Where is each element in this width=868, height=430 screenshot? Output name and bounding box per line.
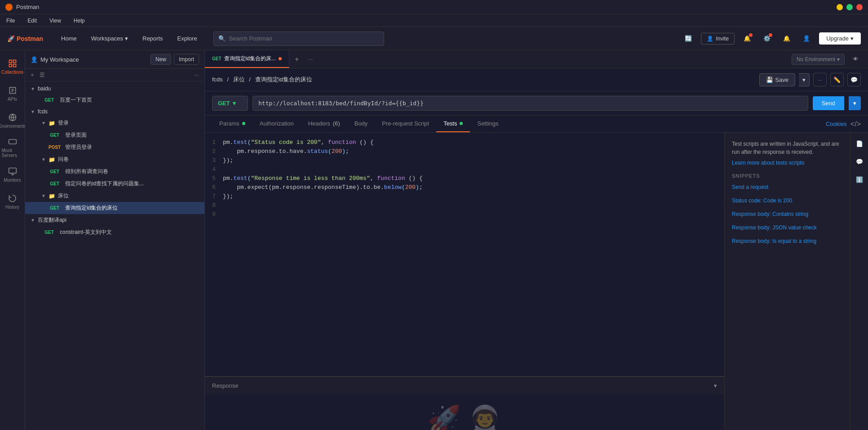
tests-dot: [460, 122, 463, 125]
nav-reports[interactable]: Reports: [135, 31, 170, 45]
menu-edit[interactable]: Edit: [25, 17, 40, 25]
import-button[interactable]: Import: [174, 54, 199, 65]
code-editor[interactable]: 1 pm.test("Status code is 200", function…: [205, 133, 724, 376]
send-button[interactable]: Send: [813, 96, 844, 110]
invite-button[interactable]: 👤 Invite: [701, 33, 735, 45]
close-button[interactable]: [856, 4, 863, 10]
code-line-4: 4: [205, 165, 724, 174]
add-tab-button[interactable]: +: [289, 55, 304, 63]
more-options-button[interactable]: ···: [813, 73, 827, 86]
nav-workspaces[interactable]: Workspaces ▾: [84, 31, 135, 45]
url-input[interactable]: [252, 96, 808, 111]
save-dropdown-button[interactable]: ▾: [799, 73, 810, 86]
snippet-response-body-equal[interactable]: Response body: Is equal to a string: [732, 236, 843, 246]
search-input[interactable]: [229, 35, 379, 42]
save-button[interactable]: 💾 Save: [759, 73, 795, 86]
request-admin-login[interactable]: POST 管理员登录: [25, 141, 204, 153]
upgrade-button[interactable]: Upgrade ▾: [819, 32, 861, 45]
svg-rect-1: [13, 60, 16, 63]
collections-label: Collections: [1, 70, 23, 75]
info-icon-button[interactable]: ℹ️: [852, 172, 867, 187]
response-chevron-icon[interactable]: ▾: [714, 382, 717, 389]
snippet-send-request[interactable]: Send a request: [732, 182, 843, 192]
environments-icon: [8, 113, 17, 122]
nav-explore[interactable]: Explore: [170, 31, 204, 45]
url-bar: GET ▾ Send ▾: [205, 91, 868, 116]
learn-more-link[interactable]: Learn more about tests scripts: [732, 160, 843, 166]
request-login-page[interactable]: GET 登录页面: [25, 129, 204, 141]
more-options-icon[interactable]: ···: [194, 72, 199, 78]
questionnaire-folder-label: 问卷: [58, 156, 69, 163]
menu-view[interactable]: View: [47, 17, 64, 25]
request-get-questionnaires[interactable]: GET 得到所有调查问卷: [25, 166, 204, 178]
collection-fcds[interactable]: ▼ fcds: [25, 106, 204, 117]
environment-selector[interactable]: No Environment ▾: [792, 54, 845, 65]
filter-icon[interactable]: ☰: [40, 72, 45, 78]
tab-tests[interactable]: Tests: [436, 116, 470, 132]
method-select[interactable]: GET ▾: [212, 96, 248, 111]
request-get-bed-by-id[interactable]: GET 查询指定id集合的床位: [25, 202, 204, 214]
send-dropdown-button[interactable]: ▾: [849, 96, 861, 110]
folder-questionnaire[interactable]: ▼ 📁 问卷: [25, 153, 204, 166]
eye-icon-button[interactable]: 👁: [848, 52, 863, 67]
folder-login[interactable]: ▼ 📁 登录: [25, 117, 204, 129]
notifications-icon-button[interactable]: 🔔: [740, 31, 754, 46]
upgrade-chevron-icon: ▾: [850, 35, 854, 42]
request-get-questionnaire-by-id[interactable]: GET 指定问卷的id查找下属的问题集...: [25, 178, 204, 190]
sidebar-item-collections[interactable]: Collections: [2, 54, 23, 79]
tab-headers[interactable]: Headers (6): [301, 116, 347, 132]
sidebar-item-monitors[interactable]: Monitors: [2, 162, 23, 187]
sidebar-item-apis[interactable]: APIs: [2, 81, 23, 106]
comment-icon-button-right[interactable]: 💬: [852, 154, 867, 169]
tab-settings[interactable]: Settings: [470, 116, 505, 132]
invite-icon: 👤: [707, 36, 713, 42]
baidu-label: baidu: [38, 85, 51, 92]
active-request-tab[interactable]: GET 查询指定id集合的床...: [205, 50, 289, 68]
tab-body[interactable]: Body: [347, 116, 375, 132]
cookies-link[interactable]: Cookies: [826, 121, 847, 127]
minimize-button[interactable]: [837, 4, 843, 10]
bell-icon-button[interactable]: 🔔: [779, 31, 794, 46]
apis-label: APIs: [8, 97, 17, 102]
collection-baidu-translate[interactable]: ▼ 百度翻译api: [25, 214, 204, 226]
snippet-status-code-200[interactable]: Status code: Code is 200: [732, 196, 843, 206]
right-panel-description: Test scripts are written in JavaScript, …: [732, 140, 843, 156]
search-bar[interactable]: 🔍: [213, 31, 384, 46]
sync-icon-button[interactable]: 🔄: [681, 31, 695, 46]
tab-authorization[interactable]: Authorization: [252, 116, 301, 132]
code-line-7: 7 });: [205, 192, 724, 201]
login-folder-label: 登录: [58, 119, 69, 127]
search-icon: 🔍: [218, 35, 226, 42]
tab-params[interactable]: Params: [212, 116, 252, 132]
comment-icon-button[interactable]: 💬: [847, 73, 861, 86]
fcds-label: fcds: [38, 108, 48, 115]
request-constraint-translate[interactable]: GET constraint-英文到中文: [25, 226, 204, 238]
settings-icon-button[interactable]: ⚙️: [760, 31, 774, 46]
snippet-response-body-contains[interactable]: Response body: Contains string: [732, 209, 843, 219]
new-button[interactable]: New: [151, 54, 171, 65]
bed-chevron-icon: ▼: [41, 193, 46, 198]
add-collection-icon[interactable]: +: [31, 72, 34, 78]
get-method-badge: GET: [47, 205, 62, 211]
menu-help[interactable]: Help: [71, 17, 88, 25]
request-baidu-homepage[interactable]: GET 百度一下首页: [25, 94, 204, 106]
menu-file[interactable]: File: [4, 17, 18, 25]
code-icon-button[interactable]: </>: [850, 120, 861, 128]
snippet-response-body-json[interactable]: Response body: JSON value check: [732, 223, 843, 233]
avatar-button[interactable]: 👤: [799, 31, 814, 46]
sidebar-item-environments[interactable]: Environments: [2, 108, 23, 133]
nav-home[interactable]: Home: [54, 31, 84, 45]
sidebar-item-history[interactable]: History: [2, 189, 23, 214]
document-icon-button[interactable]: 📄: [852, 136, 867, 151]
sidebar-item-mock-servers[interactable]: Mock Servers: [2, 135, 23, 160]
tab-more-button[interactable]: ···: [304, 56, 316, 63]
maximize-button[interactable]: [846, 4, 853, 10]
request-label: 得到所有调查问卷: [65, 168, 108, 175]
collection-baidu[interactable]: ▼ baidu: [25, 83, 204, 94]
tab-pre-request[interactable]: Pre-request Script: [375, 116, 436, 132]
mock-servers-icon: [8, 137, 17, 146]
edit-icon-button[interactable]: ✏️: [830, 73, 844, 86]
folder-bed[interactable]: ▼ 📁 床位: [25, 190, 204, 202]
method-chevron-icon: ▾: [233, 100, 236, 107]
mock-servers-label: Mock Servers: [2, 148, 23, 158]
